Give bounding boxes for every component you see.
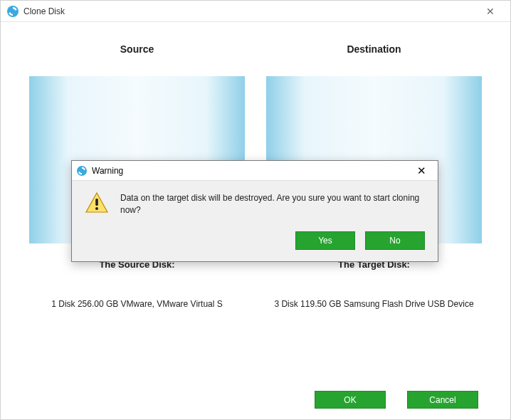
window-title: Clone Disk — [23, 6, 476, 16]
dialog-body: Data on the target disk will be destroye… — [72, 181, 438, 227]
warning-icon — [85, 191, 109, 215]
no-button[interactable]: No — [365, 231, 425, 250]
app-icon — [76, 165, 88, 177]
dialog-message: Data on the target disk will be destroye… — [120, 191, 425, 217]
warning-dialog: Warning ✕ Data on the target disk will b… — [71, 160, 438, 262]
titlebar: Clone Disk ✕ — [1, 1, 510, 22]
dialog-titlebar: Warning ✕ — [72, 161, 438, 181]
dialog-buttons: Yes No — [72, 227, 438, 261]
source-heading: Source — [29, 43, 245, 55]
app-icon — [6, 5, 19, 18]
dialog-title: Warning — [92, 166, 409, 176]
clone-disk-window: Clone Disk ✕ Source The Source Disk: 1 D… — [0, 0, 511, 420]
target-disk-desc: 3 Disk 119.50 GB Samsung Flash Drive USB… — [266, 298, 482, 310]
cancel-button[interactable]: Cancel — [407, 391, 478, 409]
svg-point-4 — [95, 207, 98, 210]
close-icon[interactable]: ✕ — [409, 164, 433, 177]
bottom-bar: OK Cancel — [1, 380, 510, 419]
ok-button[interactable]: OK — [315, 391, 386, 409]
svg-rect-3 — [95, 199, 98, 206]
source-disk-desc: 1 Disk 256.00 GB VMware, VMware Virtual … — [29, 298, 245, 310]
destination-heading: Destination — [266, 43, 482, 55]
close-icon[interactable]: ✕ — [476, 6, 505, 17]
yes-button[interactable]: Yes — [295, 231, 355, 250]
